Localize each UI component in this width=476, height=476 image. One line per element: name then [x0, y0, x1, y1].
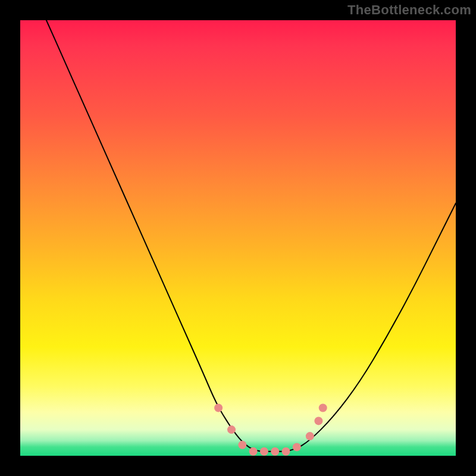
chart-frame: TheBottleneck.com	[0, 0, 476, 476]
highlight-dot	[271, 447, 279, 456]
highlight-dot	[227, 425, 236, 434]
highlight-dot	[319, 404, 327, 412]
highlight-dot	[249, 447, 258, 456]
highlight-dot	[282, 447, 290, 456]
highlight-dot	[260, 447, 268, 456]
highlight-dot	[314, 416, 322, 425]
highlight-dot	[306, 432, 314, 440]
highlight-dot	[214, 404, 223, 412]
bottleneck-curve-path	[46, 20, 456, 452]
watermark-label: TheBottleneck.com	[347, 0, 471, 20]
curve-layer	[20, 20, 456, 456]
plot-area	[20, 20, 456, 456]
highlight-dot	[293, 443, 301, 451]
highlight-dot	[238, 441, 246, 449]
marker-group	[214, 404, 327, 456]
